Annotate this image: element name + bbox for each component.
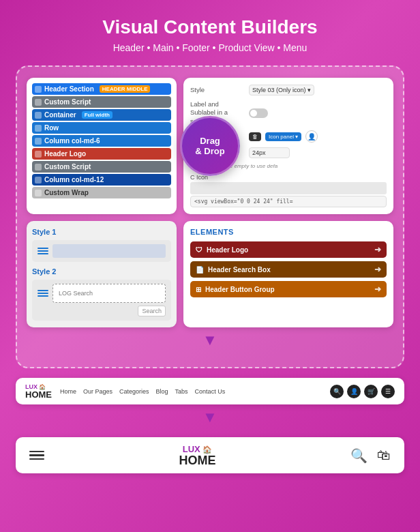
chevron-down-icon: ▾ — [308, 87, 311, 93]
page-title: Visual Content Builders — [102, 16, 317, 38]
style-select[interactable]: Style 03 (Only icon) ▾ — [249, 85, 314, 95]
builder-row-header-logo: Header Logo — [32, 148, 171, 160]
styles-panel: Style 1 Style 2 LOG — [27, 221, 177, 327]
avatar-icon: 👤 — [305, 130, 318, 143]
file-icon: 📄 — [196, 266, 204, 274]
search-hint: Search — [138, 306, 166, 316]
svg-preview: <svg viewBox="0 0 24 24" fill= — [190, 196, 387, 207]
builder-row-col-md-6: Column col-md-6 — [32, 135, 171, 147]
icon-font-size-input[interactable]: 24px — [249, 147, 290, 158]
bottom-panels-row: Style 1 Style 2 LOG — [27, 221, 393, 327]
page-subtitle: Header • Main • Footer • Product View • … — [113, 42, 308, 53]
shield-icon — [35, 151, 42, 158]
style1-bar — [52, 244, 166, 258]
lux-logo-mobile: LUX 🏠 HOME — [179, 444, 216, 467]
builder-row-header-section: Header Section HEADER MIDDLE — [32, 83, 171, 95]
builder-row-custom-script-1: Custom Script — [32, 96, 171, 108]
drag-drop-badge: Drag & Drop — [180, 116, 240, 176]
elements-title: ELEMENTS — [190, 228, 387, 236]
mobile-cart-icon[interactable]: 🛍 — [377, 447, 391, 463]
nav-categories[interactable]: Categories — [119, 388, 149, 395]
browser-nav-bar: LUX 🏠 HOME Home Our Pages Categories Blo… — [16, 378, 404, 404]
nav-contact[interactable]: Contact Us — [195, 388, 226, 395]
builder-icon — [35, 164, 42, 171]
user-icon-circle[interactable]: 👤 — [347, 385, 361, 398]
icon-delete-button[interactable]: 🗑 — [249, 132, 261, 141]
browser-icons: 🔍 👤 🛒 ☰ — [330, 385, 395, 398]
lux-logo-small: LUX 🏠 HOME — [25, 383, 52, 399]
builder-icon — [35, 138, 42, 145]
search-icon-circle[interactable]: 🔍 — [330, 385, 344, 398]
element-header-logo[interactable]: 🛡 Header Logo ➜ — [190, 241, 387, 258]
style1-preview — [32, 240, 171, 262]
down-arrow-icon-2: ▼ — [202, 409, 217, 426]
builder-row-col-md-12: Column col-md-12 — [32, 174, 171, 186]
home-icon-mobile: 🏠 — [202, 445, 212, 454]
mobile-icons: 🔍 🛍 — [350, 447, 391, 464]
hamburger-icon-2 — [38, 290, 48, 297]
style-label: Style — [190, 86, 245, 94]
shield-icon: 🛡 — [196, 246, 202, 254]
builder-row-container: Container Full width — [32, 109, 171, 121]
nav-blog[interactable]: Blog — [156, 388, 168, 395]
builder-icon — [35, 125, 42, 132]
c-icon-input[interactable] — [190, 182, 387, 194]
full-width-badge: Full width — [82, 111, 112, 119]
icon-panel-button[interactable]: Icon panel ▾ — [265, 132, 301, 141]
c-icon-label: C Icon — [190, 173, 387, 194]
nav-links: Home Our Pages Categories Blog Tabs Cont… — [60, 388, 322, 395]
arrow-icon: ➜ — [374, 265, 381, 274]
down-arrow-icon: ▼ — [27, 331, 393, 349]
builder-icon — [35, 190, 42, 196]
nav-home[interactable]: Home — [60, 388, 76, 395]
label-sublabel-toggle[interactable] — [249, 108, 268, 118]
top-panels-row: Header Section HEADER MIDDLE Custom Scri… — [27, 78, 393, 214]
search-bottom: Search — [38, 306, 166, 316]
builder-icon — [35, 177, 42, 183]
builder-tree-panel: Header Section HEADER MIDDLE Custom Scri… — [27, 78, 177, 214]
header-middle-badge: HEADER MIDDLE — [100, 85, 151, 93]
chevron-down-icon: ▾ — [295, 134, 298, 140]
arrow-icon: ➜ — [374, 284, 381, 294]
builder-row-custom-script-2: Custom Script — [32, 161, 171, 173]
mobile-nav-bar: LUX 🏠 HOME 🔍 🛍 — [16, 437, 404, 473]
mobile-search-icon[interactable]: 🔍 — [350, 447, 368, 464]
builder-icon — [35, 86, 42, 93]
mobile-hamburger-menu[interactable] — [29, 451, 44, 460]
style2-top-row: LOG Search — [38, 284, 166, 303]
cart-icon-circle[interactable]: 🛒 — [364, 385, 378, 398]
nav-tabs[interactable]: Tabs — [175, 388, 188, 395]
settings-style-row: Style Style 03 (Only icon) ▾ — [190, 85, 387, 95]
builder-row-row: Row — [32, 122, 171, 134]
log-search-box: LOG Search — [52, 284, 166, 303]
arrow-icon: ➜ — [374, 245, 381, 254]
builder-icon — [35, 112, 42, 119]
style2-label: Style 2 — [32, 267, 171, 276]
builder-row-custom-wrap: Custom Wrap — [32, 187, 171, 198]
hamburger-icon — [38, 248, 48, 254]
main-dashed-container: Header Section HEADER MIDDLE Custom Scri… — [16, 65, 404, 368]
style2-preview: LOG Search Search — [32, 280, 171, 321]
menu-icon-circle[interactable]: ☰ — [381, 385, 395, 398]
nav-our-pages[interactable]: Our Pages — [83, 388, 112, 395]
style1-label: Style 1 — [32, 228, 171, 236]
elements-panel: ELEMENTS 🛡 Header Logo ➜ 📄 Header Search… — [183, 221, 393, 327]
grid-icon: ⊞ — [196, 286, 201, 293]
element-header-button-group[interactable]: ⊞ Header Button Group ➜ — [190, 281, 387, 297]
builder-icon — [35, 99, 42, 106]
element-header-search-box[interactable]: 📄 Header Search Box ➜ — [190, 261, 387, 278]
